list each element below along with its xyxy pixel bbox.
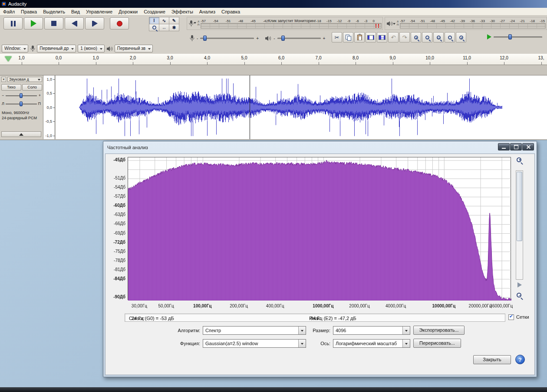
spectrum-pan-arrow-icon[interactable] — [517, 282, 522, 287]
minimize-button[interactable] — [498, 143, 510, 150]
play-at-speed-icon[interactable] — [487, 34, 491, 39]
grids-checkbox-label[interactable]: Сетки — [516, 314, 529, 320]
pan-slider[interactable]: Л П — [6, 101, 37, 107]
menu-item-10[interactable]: Справка — [218, 8, 243, 15]
title-bar[interactable]: Audacity — [0, 0, 547, 8]
playback-device-select[interactable]: Первичный зв — [115, 45, 153, 52]
recording-meter[interactable]: ЛП -57-54-51-48-45-42 Клик запустит Мони… — [187, 17, 383, 30]
clip-indicator — [378, 24, 379, 28]
scrollbar-thumb[interactable] — [517, 172, 522, 241]
replot-button[interactable]: Перерисовать... — [413, 339, 461, 348]
timeshift-tool[interactable]: ↔ — [159, 24, 169, 31]
pause-button[interactable] — [3, 17, 23, 29]
taskbar[interactable] — [0, 387, 547, 392]
playback-volume-slider[interactable] — [277, 35, 321, 41]
grids-checkbox[interactable] — [508, 314, 514, 320]
menu-item-5[interactable]: Управление — [83, 8, 115, 15]
play-button[interactable] — [24, 17, 43, 29]
slider-thumb[interactable] — [203, 36, 207, 41]
playback-meter[interactable]: ЛП -57-54-51-48-45-42-39-36-33-30-27-24-… — [385, 17, 547, 30]
record-button[interactable] — [110, 17, 129, 29]
maximize-button[interactable] — [510, 143, 522, 150]
spectrum-zoom-in-button[interactable]: + — [517, 157, 521, 162]
zoom-tool[interactable] — [149, 24, 159, 31]
multi-tool[interactable]: ✱ — [169, 24, 179, 31]
gain-slider[interactable]: − + — [6, 93, 37, 98]
audio-track: × Звуковая д Тихо Соло − + Л П Моно, 960… — [0, 75, 547, 139]
zoom-out-button[interactable]: − — [422, 32, 432, 42]
timeline-ruler[interactable]: 1,00,01,02,03,04,05,06,07,08,09,010,011,… — [0, 54, 547, 65]
slider-thumb[interactable] — [508, 34, 512, 39]
redo-button[interactable]: ↷ — [399, 32, 410, 42]
menu-item-2[interactable]: Правка — [18, 8, 40, 15]
spectrum-plot[interactable] — [128, 157, 511, 300]
menu-item-8[interactable]: Эффекты — [168, 8, 196, 15]
timeline-tick — [393, 62, 393, 65]
zoom-selection-button[interactable]: ▭ — [433, 32, 444, 42]
menu-item-1[interactable]: Файл — [0, 8, 18, 15]
menu-item-6[interactable]: Дорожки — [115, 8, 141, 15]
readout-strip: Cursor: 24 Гц (G0) = -53 дБ Peak: 84 Гц … — [125, 314, 505, 322]
draw-tool[interactable]: ✎ — [169, 17, 179, 24]
function-label: Функция: — [157, 339, 200, 348]
zoom-fit-button[interactable]: □ — [445, 32, 455, 42]
track-collapse-button[interactable] — [1, 131, 41, 137]
playback-speed-slider[interactable] — [494, 34, 542, 40]
silence-audio-button[interactable] — [377, 32, 387, 42]
spectrum-zoom-out-button[interactable]: − — [517, 293, 521, 297]
help-button[interactable]: ? — [515, 355, 525, 364]
zoom-in-button-icon: + — [414, 36, 418, 39]
menu-item-7[interactable]: Создание — [141, 8, 168, 15]
right-channel-label: П — [397, 23, 399, 26]
menu-item-9[interactable]: Анализ — [196, 8, 218, 15]
meter-scale-label: -42 — [450, 19, 455, 23]
recording-device-select[interactable]: Первичный др — [37, 45, 76, 52]
recording-volume-slider[interactable] — [200, 35, 254, 41]
monitoring-message[interactable]: Клик запустит Мониторинг — [268, 19, 316, 23]
menu-item-4[interactable]: Вид — [68, 8, 83, 15]
solo-button[interactable]: Соло — [22, 84, 42, 91]
axis-select[interactable]: Логарифмический масштаб — [333, 339, 410, 348]
track-close-button[interactable]: × — [1, 77, 6, 82]
spectrum-y-label: -45Дб — [106, 157, 125, 163]
paste-button[interactable] — [354, 32, 365, 42]
timeline-tick — [430, 62, 430, 65]
waveform-canvas[interactable] — [56, 75, 547, 139]
zoom-in-button[interactable]: + — [411, 32, 421, 42]
slider-thumb[interactable] — [281, 36, 285, 41]
vertical-ruler[interactable]: 1,00,50,0-0,5-1,0 — [43, 75, 55, 139]
recording-channels-select[interactable]: 1 (моно) — [78, 45, 105, 52]
copy-button[interactable] — [343, 32, 353, 42]
selection-tool[interactable]: I — [149, 17, 159, 24]
track-name-dropdown[interactable]: Звуковая д — [7, 77, 42, 82]
function-select[interactable]: Gaussian(a=2.5) window — [203, 339, 306, 348]
meter-dropdown-icon — [393, 23, 395, 25]
close-button[interactable]: Закрыть — [473, 355, 511, 364]
skip-to-end-button[interactable] — [85, 17, 104, 29]
play-position-pointer-icon[interactable] — [5, 56, 12, 62]
skip-to-start-button[interactable] — [65, 17, 84, 29]
audio-host-select[interactable]: Window: — [2, 45, 28, 52]
meter-scale-label: -45 — [440, 19, 445, 23]
channel-labels: ЛП — [397, 20, 399, 26]
cut-button[interactable]: ✂ — [332, 32, 342, 42]
gain-max-label: + — [39, 93, 41, 98]
stop-button[interactable] — [44, 17, 63, 29]
spectrum-scrollbar[interactable] — [516, 170, 523, 280]
export-button[interactable]: Экспортировать... — [413, 326, 465, 335]
vertical-ruler-tick — [53, 93, 55, 94]
undo-button[interactable]: ↶ — [388, 32, 399, 42]
algorithm-select[interactable]: Спектр — [203, 326, 306, 335]
meter-scale-label: -57 — [201, 19, 206, 23]
slider-thumb[interactable] — [20, 101, 23, 106]
envelope-tool[interactable]: ∿ — [159, 17, 169, 24]
recording-meter-scale-right: -18-15-12-9-6-30 — [316, 19, 375, 23]
zoom-toggle-button[interactable]: z — [456, 32, 466, 42]
size-select[interactable]: 4096 — [333, 326, 410, 335]
trim-audio-button[interactable] — [366, 32, 376, 42]
menu-item-3[interactable]: Выделить — [40, 8, 68, 15]
slider-thumb[interactable] — [20, 93, 23, 98]
mute-button[interactable]: Тихо — [1, 84, 21, 91]
close-window-button[interactable] — [522, 143, 534, 150]
timeline-tick-label: 2,0 — [130, 56, 136, 60]
